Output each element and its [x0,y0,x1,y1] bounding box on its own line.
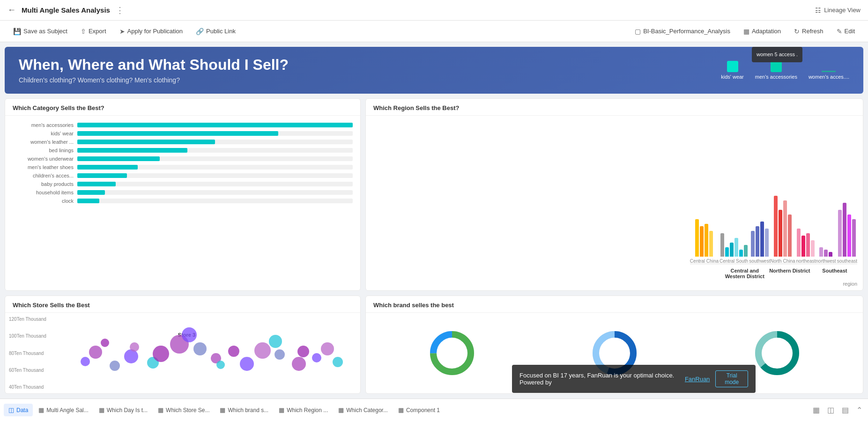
tab-component1[interactable]: ▦ Component 1 [393,404,445,416]
bar-item [788,214,792,257]
horiz-bar-chart: men's accessories kids' wear women's lea… [13,120,353,206]
export-button[interactable]: ⇧ Export [75,25,112,38]
bar-item [783,200,787,257]
store-chart-title: Which Store Sells the Best [5,296,360,313]
bi-icon: ▢ [635,28,641,35]
bi-overlay-link[interactable]: FanRuan [685,376,710,383]
bar-cluster [838,191,856,257]
tab-data-label: Data [16,407,28,414]
bar-item [751,231,755,257]
bubble [81,357,90,366]
category-bar-row: baby products [13,181,353,187]
hbar-track [77,165,353,170]
bar-item [720,233,724,257]
hbar-label: clock [13,198,74,204]
region-chart-title: Which Region Sells the Best? [366,99,863,116]
tab-data[interactable]: ◫ Data [4,404,33,416]
region-group: northwest [816,191,836,264]
bubble [297,346,309,357]
tab-chevron-up-icon[interactable]: ⌃ [854,404,864,416]
tab-which-category[interactable]: ▦ Which Categor... [334,404,393,416]
tab-which-region[interactable]: ▦ Which Region ... [274,404,333,416]
bi-overlay-text: Focused on BI 17 years, FanRuan is your … [519,372,679,386]
category-bar-row: household items [13,190,353,195]
lineage-view-button[interactable]: ☷ Lineage View [815,7,861,14]
region-section-labels: Central and Western DistrictNorthern Dis… [722,266,857,279]
tab-which-brand[interactable]: ▦ Which brand s... [215,404,273,416]
tab-which-category-label: Which Categor... [346,407,388,414]
bar-cluster [774,191,792,257]
tab-which-brand-icon: ▦ [220,406,225,414]
top-bar-left: ← Multi Angle Sales Analysis ⋮ [7,5,124,15]
edit-button[interactable]: ✎ Edit [831,25,861,38]
legend-kids-wear: kids' wear [721,61,744,80]
adaptation-button[interactable]: ▦ Adaptation [738,25,786,38]
region-groups-row: North Chinanortheast [770,191,816,264]
tab-which-region-icon: ▦ [279,406,284,414]
export-icon: ⇧ [81,28,86,35]
tab-grid-icon[interactable]: ◫ [825,404,836,416]
bubble [110,361,120,371]
legend-womens-access: women's acces.... [809,71,849,80]
apply-publication-button[interactable]: ➤ Apply for Publication [114,25,189,38]
tab-layout-icon[interactable]: ▤ [840,404,851,416]
region-section: northwestsoutheast [816,191,857,264]
y-axis: 120Ten Thousand 100Ten Thousand 80Ten Th… [9,317,46,390]
hbar-label: kids' wear [13,131,74,136]
bubble [292,357,306,371]
bubble [228,346,239,357]
public-link-button[interactable]: 🔗 Public Link [190,25,241,38]
hbar-track [77,190,353,195]
bar-item [838,210,842,257]
trial-mode-button[interactable]: Trial mode [715,370,748,387]
save-subject-button[interactable]: 💾 Save as Subject [7,25,73,38]
back-icon[interactable]: ← [7,5,16,15]
refresh-button[interactable]: ↻ Refresh [788,25,829,38]
apply-icon: ➤ [119,28,125,35]
tab-chart-icon[interactable]: ▦ [811,404,822,416]
region-group-label: Central China [690,259,719,264]
tab-which-store-icon: ▦ [158,406,163,414]
store-chart-body: 120Ten Thousand 100Ten Thousand 80Ten Th… [5,313,360,393]
brand-chart-title: Which brand selles the best [366,296,863,313]
tooltip-text: women 5 access . [757,52,798,57]
tab-which-store[interactable]: ▦ Which Store Se... [153,404,214,416]
bar-item [730,243,734,257]
bi-analysis-button[interactable]: ▢ BI-Basic_Performance_Analysis [629,25,736,38]
tab-which-day-icon: ▦ [99,406,104,414]
region-groups-row: Central ChinaCentral Southsouthwest [690,191,770,264]
bar-item [705,224,708,257]
hbar-label: children's acces... [13,173,74,178]
category-chart-card: Which Category Sells the Best? men's acc… [5,98,361,291]
region-group: southwest [749,191,770,264]
legend-mens-accessories-box [771,61,782,72]
bar-item [700,226,704,257]
region-section-label: Northern District [767,268,812,279]
tab-component1-icon: ▦ [398,406,404,414]
region-group: southeast [837,191,857,264]
category-bar-row: bed linings [13,148,353,153]
tab-which-region-label: Which Region ... [287,407,328,414]
hbar-label: household items [13,190,74,195]
bubble [240,357,254,371]
category-bar-row: men's leather shoes [13,164,353,170]
tab-which-category-icon: ▦ [338,406,344,414]
tab-which-day-label: Which Day Is t... [107,407,148,414]
hbar-track [77,148,353,153]
tab-actions: ▦ ◫ ▤ ⌃ [811,404,864,416]
category-bar-row: kids' wear [13,131,353,136]
y-label-40: 40Ten Thousand [9,384,46,390]
region-group: Central South [720,191,748,264]
page-title: Multi Angle Sales Analysis [22,6,110,14]
hbar-label: men's accessories [13,122,74,128]
bar-item [725,247,729,257]
tab-which-brand-label: Which brand s... [228,407,268,414]
region-group-label: southeast [837,259,857,264]
tab-multi-angle-label: Multi Angle Sal... [46,407,88,414]
hbar-fill [77,173,127,178]
more-icon[interactable]: ⋮ [116,5,124,15]
bubble [193,342,207,355]
tab-which-day[interactable]: ▦ Which Day Is t... [94,404,152,416]
tab-multi-angle[interactable]: ▦ Multi Angle Sal... [34,404,93,416]
legend-kids-wear-box [727,61,738,72]
